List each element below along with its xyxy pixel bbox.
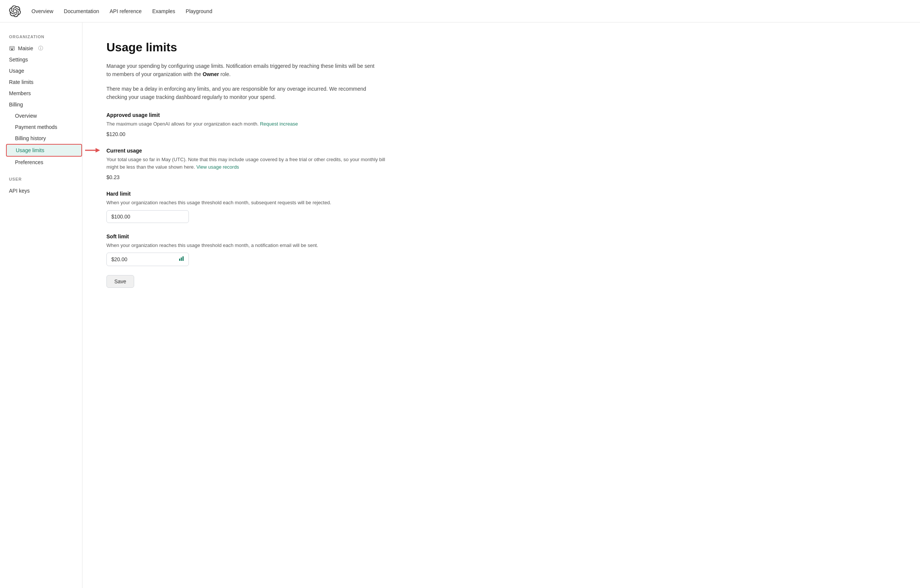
sidebar-item-members[interactable]: Members bbox=[0, 88, 82, 99]
soft-limit-section: Soft limit When your organization reache… bbox=[107, 233, 396, 266]
nav-documentation[interactable]: Documentation bbox=[64, 8, 99, 14]
hard-limit-section: Hard limit When your organization reache… bbox=[107, 191, 396, 223]
openai-logo[interactable] bbox=[9, 5, 21, 17]
approved-usage-limit-title: Approved usage limit bbox=[107, 112, 396, 118]
org-name-label: Maisie bbox=[18, 45, 33, 51]
sidebar-item-api-keys[interactable]: API keys bbox=[0, 185, 82, 196]
billing-subsection: Overview Payment methods Billing history… bbox=[0, 110, 82, 168]
hard-limit-title: Hard limit bbox=[107, 191, 396, 197]
current-usage-desc: Your total usage so far in May (UTC). No… bbox=[107, 156, 396, 170]
sidebar-item-payment-methods[interactable]: Payment methods bbox=[6, 121, 82, 133]
nav-links: Overview Documentation API reference Exa… bbox=[31, 8, 212, 14]
nav-playground[interactable]: Playground bbox=[186, 8, 212, 14]
sidebar-item-billing-overview[interactable]: Overview bbox=[6, 110, 82, 121]
svg-rect-2 bbox=[11, 48, 12, 49]
current-usage-title: Current usage bbox=[107, 147, 396, 154]
soft-limit-desc: When your organization reaches this usag… bbox=[107, 242, 396, 249]
nav-overview[interactable]: Overview bbox=[31, 8, 53, 14]
org-section: ORGANIZATION Maisie ⓘ Settings Usage Rat… bbox=[0, 34, 82, 168]
info-icon: ⓘ bbox=[37, 45, 44, 51]
description-1: Manage your spending by configuring usag… bbox=[107, 62, 376, 79]
sidebar: ORGANIZATION Maisie ⓘ Settings Usage Rat… bbox=[0, 23, 83, 588]
hard-limit-input-wrapper[interactable] bbox=[107, 210, 189, 223]
approved-usage-value: $120.00 bbox=[107, 131, 396, 137]
hard-limit-input[interactable] bbox=[111, 214, 184, 220]
hard-limit-desc: When your organization reaches this usag… bbox=[107, 199, 396, 206]
svg-rect-8 bbox=[181, 258, 182, 261]
sidebar-org-name[interactable]: Maisie ⓘ bbox=[0, 43, 82, 54]
building-icon bbox=[9, 45, 15, 51]
org-section-label: ORGANIZATION bbox=[0, 34, 82, 39]
approved-usage-limit-desc: The maximum usage OpenAI allows for your… bbox=[107, 120, 396, 128]
svg-rect-4 bbox=[11, 49, 13, 50]
current-usage-value: $0.23 bbox=[107, 174, 396, 180]
layout: ORGANIZATION Maisie ⓘ Settings Usage Rat… bbox=[0, 23, 920, 588]
description-2: There may be a delay in enforcing any li… bbox=[107, 85, 376, 102]
sidebar-item-rate-limits[interactable]: Rate limits bbox=[0, 76, 82, 88]
current-usage-section: Current usage Your total usage so far in… bbox=[107, 147, 396, 180]
user-section-label: USER bbox=[0, 177, 82, 181]
top-nav: Overview Documentation API reference Exa… bbox=[0, 0, 920, 23]
soft-limit-input[interactable] bbox=[111, 256, 176, 262]
save-button[interactable]: Save bbox=[107, 275, 134, 288]
main-content: Usage limits Manage your spending by con… bbox=[83, 23, 420, 588]
soft-limit-input-wrapper[interactable] bbox=[107, 253, 189, 266]
sidebar-item-usage[interactable]: Usage bbox=[0, 65, 82, 76]
sidebar-item-billing[interactable]: Billing bbox=[0, 99, 82, 110]
request-increase-link[interactable]: Request increase bbox=[260, 121, 298, 127]
chart-icon bbox=[179, 256, 184, 263]
view-usage-records-link[interactable]: View usage records bbox=[196, 164, 239, 170]
svg-marker-6 bbox=[96, 148, 100, 152]
sidebar-item-usage-limits[interactable]: Usage limits bbox=[6, 144, 82, 157]
nav-examples[interactable]: Examples bbox=[152, 8, 175, 14]
svg-rect-3 bbox=[13, 48, 13, 49]
page-title: Usage limits bbox=[107, 40, 396, 54]
user-section: USER API keys bbox=[0, 177, 82, 196]
sidebar-item-billing-history[interactable]: Billing history bbox=[6, 133, 82, 144]
svg-rect-7 bbox=[179, 259, 180, 261]
red-arrow-indicator bbox=[85, 147, 100, 154]
sidebar-item-settings[interactable]: Settings bbox=[0, 54, 82, 65]
svg-rect-1 bbox=[10, 48, 11, 49]
approved-usage-limit-section: Approved usage limit The maximum usage O… bbox=[107, 112, 396, 138]
sidebar-item-preferences[interactable]: Preferences bbox=[6, 157, 82, 168]
soft-limit-title: Soft limit bbox=[107, 233, 396, 240]
svg-rect-9 bbox=[183, 256, 184, 261]
nav-api-reference[interactable]: API reference bbox=[110, 8, 142, 14]
